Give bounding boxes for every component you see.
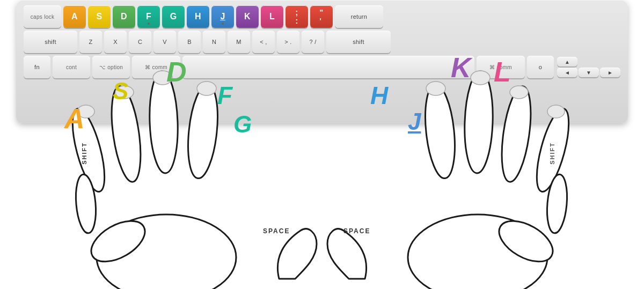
key-V: V [153,31,176,53]
key-option-right: o [527,56,554,78]
key-period: > . [277,31,299,53]
key-comma: < , [252,31,275,53]
label-shift-right: SHIFT [550,142,555,165]
key-option: ⌥ option [92,56,130,78]
home-row: caps lock A S D F G H J K L ;: "' return [24,5,620,28]
left-thumb [84,213,151,270]
key-up: ▲ [557,57,577,66]
key-S: S [88,5,111,28]
key-cmd-left: ⌘ comm [132,56,180,78]
right-palm [408,214,547,289]
key-B: B [178,31,201,53]
key-C: C [129,31,151,53]
bottom-letter-row: shift Z X C V B N M < , > . ? / shift [24,31,620,53]
nav-cluster: ▲ ◄ ▼ ► [557,57,620,77]
key-slash: ? / [302,31,324,53]
left-palm [97,214,236,289]
f-dot [148,23,150,25]
key-down: ▼ [579,68,599,77]
key-X: X [104,31,127,53]
keyboard: caps lock A S D F G H J K L ;: "' return… [16,0,628,123]
j-dot [222,23,224,25]
bottom-row: fn cont ⌥ option ⌘ comm ⌘ comm o ▲ ◄ ▼ ► [24,56,620,78]
key-G: G [162,5,185,28]
key-K: K [236,5,259,28]
label-space-left: SPACE [263,228,290,234]
key-A: A [63,5,86,28]
key-space [182,56,474,78]
key-fn: fn [24,56,50,78]
key-H: H [187,5,209,28]
key-Z: Z [79,31,102,53]
key-M: M [228,31,250,53]
key-shift-left: shift [24,31,77,53]
right-shift-finger [545,174,569,234]
key-cmd-right: ⌘ comm [477,56,525,78]
key-semicolon: ;: [286,5,308,28]
key-D: D [113,5,135,28]
key-caps-lock: caps lock [24,5,61,28]
right-thumb [492,213,559,270]
key-F: F [137,5,160,28]
label-shift-left: SHIFT [82,142,87,165]
left-shift-finger [74,174,98,234]
key-L: L [261,5,283,28]
label-space-right: SPACE [343,228,370,234]
key-ctrl: cont [53,56,90,78]
key-quote: "' [310,5,333,28]
key-J: J [211,5,234,28]
key-return: return [335,5,383,28]
left-space-thumb [277,229,317,279]
right-space-thumb [327,229,367,279]
key-shift-right: shift [326,31,391,53]
keyboard-diagram: caps lock A S D F G H J K L ;: "' return… [0,0,644,289]
key-left: ◄ [557,68,577,77]
key-N: N [203,31,225,53]
key-right: ► [600,68,620,77]
